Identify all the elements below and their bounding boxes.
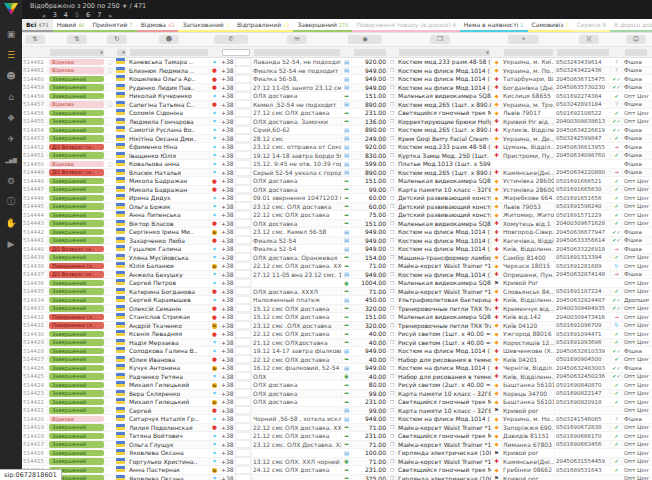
tracking-number[interactable]: 20450632824487 <box>555 297 611 303</box>
table-row[interactable]: 514456ЗавершенийСоломія Сідоніна✶+38127.… <box>22 109 652 118</box>
status-badge[interactable]: Завершений <box>49 382 104 389</box>
phone-number[interactable]: +389 <box>220 83 252 91</box>
status-badge[interactable]: Завершений <box>49 407 104 414</box>
status-badge[interactable]: Завершений <box>49 127 104 134</box>
table-row[interactable]: 514454ЗавершенийСамотій Руслана Во..✶+38… <box>22 126 652 135</box>
campaigns-icon[interactable]: ✈ <box>0 128 22 149</box>
tracking-number[interactable]: 20450634098760 <box>555 152 611 158</box>
tags-icon[interactable]: ❖ <box>0 107 22 128</box>
status-badge[interactable]: Відмова <box>49 67 104 74</box>
phone-number[interactable]: +388 <box>220 355 252 363</box>
table-row[interactable]: 514427ЗавершенийЮлия Иванова●+38822.12 с… <box>22 356 652 365</box>
status-badge[interactable]: Відмова <box>49 101 104 108</box>
column-filter-dropdown[interactable]: ▼ <box>399 49 490 56</box>
table-row[interactable]: 514450ВідмоваⓘКовальова анна✶+38815.12. … <box>22 160 652 169</box>
tracking-number[interactable]: 0501690822147 <box>555 390 611 396</box>
phone-number[interactable]: +387 <box>220 330 252 338</box>
last-page-icon[interactable]: » <box>108 12 112 19</box>
status-badge[interactable]: Завершений <box>49 348 104 355</box>
phone-number[interactable]: +380 <box>220 440 252 448</box>
table-row[interactable]: 514429ЗавершенийНадія Мерзаєва✶+38321.12… <box>22 339 652 348</box>
table-row[interactable]: 514439ЗавершенийУляна Мусійовська✶+389ОЛ… <box>22 254 652 263</box>
table-row[interactable]: 514460ЗавершенийКошелева Ольга Ар..●+381… <box>22 75 652 84</box>
tracking-number[interactable]: 0501690666170 <box>555 433 611 439</box>
tracking-number[interactable]: 0501692108522 <box>555 110 611 116</box>
column-filter-dropdown[interactable]: ▼ <box>117 49 126 56</box>
table-row[interactable]: 514423ЗавершенийВера Скляренко✶+381ОЛХ д… <box>22 390 652 399</box>
tracking-number[interactable]: 20400309473416 <box>555 314 611 320</box>
phone-number[interactable]: +388 <box>220 449 252 457</box>
table-row[interactable]: 514443ЗавершенийВіктор Власов●+385ОЛХ до… <box>22 220 652 229</box>
phone-number[interactable]: +380 <box>220 313 252 321</box>
phone-number[interactable]: +385 <box>220 100 252 108</box>
tab-shipped[interactable]: Відправлений12 <box>233 19 294 32</box>
payment-column-icon[interactable]: ◉ <box>348 35 382 44</box>
tracking-number[interactable]: 20450634220880 <box>555 169 611 175</box>
tracking-number[interactable]: 0501691093696 <box>555 339 611 345</box>
phone-number[interactable]: +383 <box>220 245 252 253</box>
status-badge[interactable]: Повернення (з.. <box>49 263 104 270</box>
phone-number[interactable]: +383 <box>220 338 252 346</box>
table-row[interactable]: 514453ЗавершенийНікітіна Оксана Дми..✶+3… <box>22 135 652 144</box>
table-row[interactable]: 514446ЗавершенийИрина Дидух✶+38709.01 зв… <box>22 194 652 203</box>
status-badge[interactable]: Завершений <box>49 458 104 465</box>
phone-number[interactable]: +385 <box>220 279 252 287</box>
table-row[interactable]: 514425ЗавершенийРадченко Тетяна✶+380ОЛХ◉… <box>22 373 652 382</box>
product-column-icon[interactable]: ❒ <box>430 35 450 44</box>
tracking-number[interactable]: 0501690663456 <box>555 441 611 447</box>
table-row[interactable]: 514437ДО Возврат ск..Анжела Безушку✶+382… <box>22 271 652 280</box>
phone-number[interactable]: +383 <box>220 211 252 219</box>
status-badge[interactable]: Повернення (з.. <box>49 314 104 321</box>
tracking-number[interactable]: 20450636715475 <box>555 76 611 82</box>
status-badge[interactable]: Завершений <box>49 229 104 236</box>
table-row[interactable]: 514416ЗавершенийЯковлева Оксана✶+388▤100… <box>22 449 652 458</box>
table-row[interactable]: 514438Повернення (з..Юлія Баланюкlc+3892… <box>22 262 652 271</box>
phone-number[interactable]: +381 <box>220 109 252 117</box>
tab-out-of-stock[interactable]: Нема в наявності1 <box>460 19 528 32</box>
tracking-number[interactable]: 20400309671628 <box>555 220 611 226</box>
status-badge[interactable]: Завершений <box>49 356 104 363</box>
phone-number[interactable]: +383 <box>220 347 252 355</box>
tab-all[interactable]: Всі471 <box>22 19 53 32</box>
table-row[interactable]: 514455ЗавершенийЛюдмила Гончарова✶+388ОЛ… <box>22 118 652 127</box>
status-badge[interactable]: Завершений <box>49 254 104 261</box>
phone-number[interactable]: +382 <box>220 143 252 151</box>
table-row[interactable]: 514418ЗавершенийТетяна Войтович✶+38621.1… <box>22 432 652 441</box>
tracking-number[interactable]: 0503243422436 <box>555 67 611 73</box>
status-badge[interactable]: ДО Возврат ск.. <box>49 246 104 253</box>
tracking-number[interactable]: 0501689531643 <box>555 467 611 473</box>
tracking-number[interactable]: 20450632874148 <box>555 271 611 277</box>
status-badge[interactable]: ДО Возврат ск.. <box>49 144 104 151</box>
status-badge[interactable]: Завершений <box>49 212 104 219</box>
table-row[interactable]: 514424ЗавершенийМихаил Гилецькийlc+383ОЛ… <box>22 381 652 390</box>
sip-status-bar[interactable]: sip:0672818601 <box>0 469 62 480</box>
status-badge[interactable]: Завершений <box>49 424 104 431</box>
table-row[interactable]: 514421ЗавершенийСергей●+385▤99.00❒Карта … <box>22 407 652 416</box>
phone-number[interactable]: +382 <box>220 151 252 159</box>
phone-number[interactable]: +387 <box>220 321 252 329</box>
page-button-7[interactable]: 7 <box>97 11 101 19</box>
status-badge[interactable]: Завершений <box>49 118 104 125</box>
tracking-number[interactable]: 0501691096709 <box>555 322 611 328</box>
table-row[interactable]: 514417ЗавершенийОльга Глущук✶+38023.12 с… <box>22 441 652 450</box>
status-badge[interactable]: Повернення (з.. <box>49 322 104 329</box>
comment-column-icon[interactable]: ✉ <box>287 35 306 44</box>
status-badge[interactable]: Завершений <box>49 399 104 406</box>
tracking-number[interactable]: 20450634226619 <box>555 127 611 133</box>
phone-number[interactable]: +385 <box>220 236 252 244</box>
support-icon[interactable]: ✋ <box>0 212 22 233</box>
page-size-chevron-down-icon[interactable]: ▼ <box>123 3 127 9</box>
manager-column-icon[interactable]: ☺ <box>626 35 647 44</box>
column-filter-dropdown[interactable] <box>557 49 609 56</box>
page-button-3[interactable]: 3 <box>53 11 57 19</box>
table-row[interactable]: 514448ЗавершенийМикола Бадражан●+387ОЛХ … <box>22 177 652 186</box>
refresh-icon[interactable]: ↻ <box>107 35 126 44</box>
table-row[interactable]: 514415ЗавершенийГоргулько Христина..✶+38… <box>22 458 652 467</box>
phone-number[interactable]: +389 <box>220 415 252 423</box>
phone-number[interactable]: +385 <box>220 134 252 142</box>
status-badge[interactable]: Відмова <box>49 59 104 66</box>
column-filter-dropdown[interactable]: ▼ <box>50 49 104 56</box>
tracking-number[interactable]: 0503242893184 <box>555 101 611 107</box>
tracking-number[interactable]: 0501691666521 <box>555 178 611 184</box>
phone-number[interactable]: +388 <box>220 160 252 168</box>
